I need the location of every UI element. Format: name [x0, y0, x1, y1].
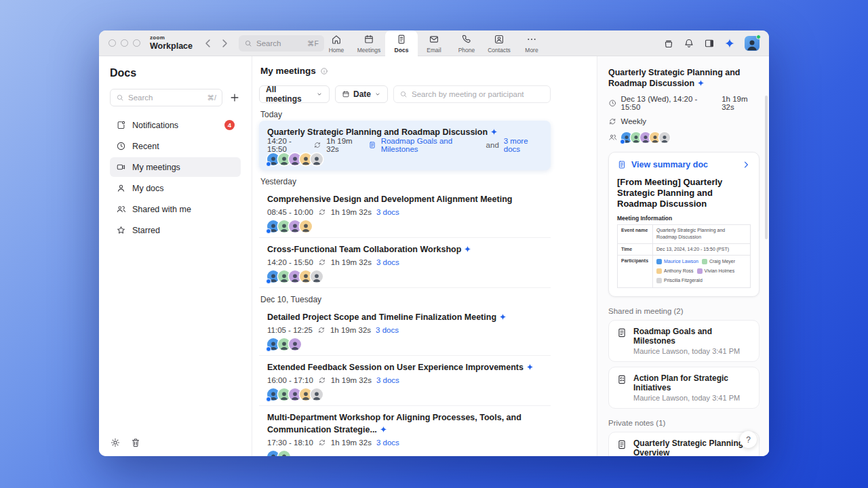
- meeting-avatars: [267, 451, 542, 456]
- summary-doc-card[interactable]: View summary doc [From Meeting] Quarterl…: [608, 152, 760, 298]
- sidebar-item-label: Shared with me: [132, 205, 191, 214]
- tab-email[interactable]: Email: [418, 30, 450, 56]
- side-panel-toggle-icon[interactable]: [704, 38, 715, 49]
- sidebar-item-my-meetings[interactable]: My meetings: [110, 157, 241, 177]
- participant-avatar: [311, 388, 323, 401]
- meetings-filter-dropdown[interactable]: All meetings: [259, 85, 330, 103]
- participants-cell: Maurice LawsonCraig MeyerAnthony RossViv…: [653, 256, 751, 288]
- meeting-avatars: [267, 338, 542, 350]
- more-docs-link[interactable]: 3 more docs: [504, 137, 542, 153]
- meeting-row[interactable]: Detailed Project Scope and Timeline Fina…: [259, 306, 551, 356]
- participant-name: Priscilla Fitzgerald: [664, 277, 703, 285]
- meeting-info-table: Event nameQuarterly Strategic Planning a…: [617, 224, 751, 289]
- view-summary-doc-link[interactable]: View summary doc: [617, 160, 751, 169]
- tab-label: Email: [427, 47, 441, 54]
- home-icon: [331, 34, 342, 45]
- back-button[interactable]: [202, 37, 214, 49]
- trash-icon[interactable]: [130, 437, 141, 448]
- meeting-time: 17:30 - 18:10: [267, 439, 313, 447]
- meeting-row[interactable]: Extended Feedback Session on User Experi…: [259, 356, 551, 406]
- table-row-value: Dec 13, 2024, 14:20 - 15:50 (PST): [653, 243, 751, 256]
- docs-sidebar: Docs Search ⌘/ Notifications4RecentMy me…: [99, 56, 252, 456]
- sidebar-item-my-docs[interactable]: My docs: [110, 178, 241, 198]
- docs-count-link[interactable]: 3 docs: [376, 208, 399, 216]
- tab-docs[interactable]: Docs: [385, 30, 418, 56]
- participant-chip: Craig Meyer: [702, 258, 735, 266]
- info-icon[interactable]: [320, 67, 328, 75]
- meetings-list-pane: My meetings All meetings Date: [252, 56, 597, 456]
- host-badge: [620, 139, 625, 144]
- sidebar-item-label: My docs: [132, 184, 164, 193]
- doc-card[interactable]: Roadmap Goals and MilestonesMaurice Laws…: [608, 320, 760, 362]
- tab-more[interactable]: More: [515, 30, 548, 56]
- tab-home[interactable]: Home: [320, 30, 353, 56]
- meeting-details-panel: Quarterly Strategic Planning and Roadmap…: [597, 56, 769, 456]
- meeting-duration: 1h 19m 32s: [331, 258, 372, 266]
- details-scrollbar[interactable]: [765, 96, 768, 239]
- settings-gear-icon[interactable]: [110, 437, 121, 448]
- new-doc-button[interactable]: [229, 92, 241, 104]
- meeting-title: Multi-Department Workshop for Aligning P…: [267, 413, 521, 434]
- shared-in-meeting-header: Shared in meeting (2): [608, 307, 760, 315]
- private-notes-header: Private notes (1): [608, 419, 760, 427]
- meeting-search-placeholder: Search by meeting or participant: [412, 90, 524, 98]
- sidebar-item-recent[interactable]: Recent: [110, 136, 241, 156]
- participant-avatar: [311, 270, 323, 283]
- meeting-avatars: [267, 270, 542, 283]
- tab-meetings[interactable]: Meetings: [353, 30, 385, 56]
- window-zoom-button[interactable]: [133, 39, 140, 47]
- date-filter-dropdown[interactable]: Date: [335, 85, 388, 103]
- window-close-button[interactable]: [108, 39, 116, 47]
- docs-count-link[interactable]: 3 docs: [376, 326, 399, 334]
- logo-zoom-text: zoom: [150, 35, 193, 41]
- doc-card[interactable]: Quarterly Strategic Planning OverviewMau…: [608, 432, 760, 456]
- zoom-workplace-window: zoom Workplace Search ⌘F HomeMeetingsDoc…: [99, 30, 769, 456]
- sparkle-icon: [464, 245, 471, 253]
- notification-icon: [116, 120, 126, 130]
- calendar-icon: [342, 90, 350, 98]
- docs-count-link[interactable]: 3 docs: [376, 258, 399, 266]
- sidebar-search-input[interactable]: Search ⌘/: [110, 89, 222, 106]
- sidebar-item-label: Recent: [132, 142, 159, 151]
- ai-companion-icon[interactable]: [724, 38, 735, 49]
- meeting-search-input[interactable]: Search by meeting or participant: [393, 85, 551, 103]
- participant-avatar: [300, 220, 312, 232]
- window-minimize-button[interactable]: [121, 39, 128, 47]
- people-icon: [608, 133, 617, 142]
- doc-preview-section: Meeting Information: [617, 215, 751, 222]
- global-search-input[interactable]: Search ⌘F: [239, 35, 324, 52]
- rooms-icon[interactable]: [663, 38, 674, 49]
- ai-sparkle-icon: [697, 79, 705, 87]
- sidebar-item-notifications[interactable]: Notifications4: [110, 115, 241, 135]
- meeting-title: Detailed Project Scope and Timeline Fina…: [267, 312, 496, 322]
- doc-meta: Maurice Lawson, today 3:41 PM: [633, 394, 751, 402]
- host-badge: [266, 346, 271, 352]
- tab-phone[interactable]: Phone: [450, 30, 483, 56]
- meeting-time: 16:00 - 17:10: [267, 376, 313, 384]
- notifications-bell-icon[interactable]: [684, 38, 694, 49]
- details-recurrence: Weekly: [621, 117, 647, 125]
- meeting-row[interactable]: Quarterly Strategic Planning and Roadmap…: [259, 121, 551, 170]
- meeting-row[interactable]: Cross-Functional Team Collaboration Work…: [259, 238, 551, 288]
- meeting-row[interactable]: Multi-Department Workshop for Aligning P…: [259, 406, 551, 456]
- docs-count-link[interactable]: 3 docs: [376, 439, 399, 447]
- calendar-icon: [363, 34, 374, 45]
- participant-name: Maurice Lawson: [664, 258, 698, 266]
- doc-meta: Maurice Lawson, today 3:41 PM: [633, 347, 751, 355]
- user-avatar[interactable]: [745, 36, 760, 51]
- meeting-row[interactable]: Comprehensive Design and Development Ali…: [259, 188, 551, 238]
- tab-contacts[interactable]: Contacts: [483, 30, 515, 56]
- details-meeting-title: Quarterly Strategic Planning and Roadmap…: [608, 67, 760, 89]
- doc-card[interactable]: Action Plan for Strategic InitiativesMau…: [608, 367, 760, 409]
- doc-link[interactable]: Roadmap Goals and Milestones: [381, 137, 481, 153]
- sidebar-item-starred[interactable]: Starred: [110, 220, 241, 240]
- participant-avatar: [289, 338, 301, 350]
- search-icon: [399, 90, 408, 98]
- search-icon: [244, 39, 252, 47]
- doc-icon: [617, 160, 627, 169]
- meeting-time: 08:45 - 10:00: [267, 208, 313, 216]
- forward-button[interactable]: [218, 37, 231, 49]
- help-button[interactable]: ?: [740, 431, 757, 448]
- docs-count-link[interactable]: 3 docs: [376, 376, 399, 384]
- sidebar-item-shared-with-me[interactable]: Shared with me: [110, 199, 241, 219]
